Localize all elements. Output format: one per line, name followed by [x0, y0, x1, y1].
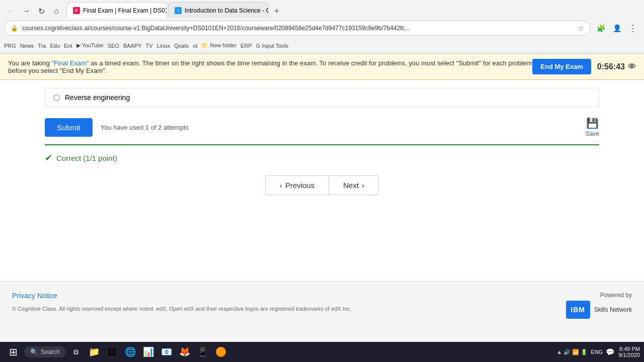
tab-bar: ← → ↻ ⌂ F Final Exam | Final Exam | DS01…: [0, 0, 644, 18]
tab-label-2: Introduction to Data Science - C...: [185, 7, 269, 14]
bookmark-news[interactable]: News: [20, 43, 34, 49]
final-exam-link[interactable]: "Final Exam": [51, 59, 89, 67]
end-exam-button[interactable]: End My Exam: [532, 59, 591, 74]
next-label: Next: [343, 181, 359, 190]
tab-intro[interactable]: I Introduction to Data Science - C... ✕: [168, 2, 269, 18]
footer-left: Privacy Notice © Cognitive Class. All ri…: [12, 292, 352, 312]
save-button[interactable]: 💾 Save: [586, 117, 599, 137]
home-button[interactable]: ⌂: [49, 4, 63, 18]
taskbar-icon-app2[interactable]: 🟠: [213, 344, 229, 360]
privacy-notice-link[interactable]: Privacy Notice: [12, 292, 57, 300]
ibm-logo-text: IBM: [571, 306, 585, 314]
start-button[interactable]: ⊞: [4, 343, 22, 361]
lock-icon: 🔒: [11, 25, 18, 32]
bookmark-ent[interactable]: Ent: [64, 43, 72, 49]
submit-row: Submit You have used 1 of 2 attempts 💾 S…: [45, 117, 599, 137]
bookmark-ot[interactable]: ot: [193, 43, 197, 49]
taskbar-icon-excel[interactable]: 📊: [140, 344, 156, 360]
systray: ▲ 🔊 📶 🔋 ENG 💬: [556, 348, 614, 356]
ibm-logo-box: IBM: [566, 301, 590, 319]
prev-arrow-icon: ‹: [280, 181, 282, 190]
tab-favicon-2: I: [175, 7, 182, 14]
timer-value: 0:56:43: [597, 62, 625, 71]
tab-final-exam[interactable]: F Final Exam | Final Exam | DS0101... ✕: [66, 2, 167, 18]
taskbar-icon-explorer[interactable]: 📁: [86, 344, 102, 360]
correct-divider: [45, 144, 599, 145]
bookmark-qoats[interactable]: Qoats: [174, 43, 189, 49]
correct-row: ✔ Correct (1/1 point): [45, 152, 599, 163]
taskbar-icon-outlook[interactable]: 📧: [158, 344, 175, 360]
tab-favicon-1: F: [73, 7, 80, 14]
browser-chrome: ← → ↻ ⌂ F Final Exam | Final Exam | DS01…: [0, 0, 644, 54]
menu-button[interactable]: ⋮: [626, 21, 640, 35]
refresh-button[interactable]: ↻: [34, 4, 48, 18]
save-icon: 💾: [586, 117, 599, 129]
exam-banner-text: You are taking "Final Exam" as a timed e…: [8, 59, 532, 74]
search-label: Search: [41, 348, 60, 355]
taskbar-search[interactable]: 🔍 Search: [24, 346, 66, 357]
main-content: Reverse engineering Submit You have used…: [0, 80, 644, 281]
ibm-logo: IBM Skills Network: [566, 301, 632, 319]
taskbar-right: ▲ 🔊 📶 🔋 ENG 💬 8:49 PM 9/1/2020: [556, 346, 640, 358]
new-tab-button[interactable]: +: [270, 4, 284, 18]
powered-by-text: Powered by: [600, 292, 632, 299]
taskbar-icon-firefox[interactable]: 🦊: [177, 344, 193, 360]
correct-text: Correct (1/1 point): [56, 154, 117, 162]
prev-label: Previous: [285, 181, 314, 190]
address-bar-row: 🔒 courses.cognitiveclass.ai/courses/cour…: [0, 18, 644, 38]
bookmark-tra[interactable]: Tra: [38, 43, 46, 49]
footer-right: Powered by IBM Skills Network: [566, 292, 632, 319]
next-arrow-icon: ›: [362, 181, 364, 190]
lang-indicator: ENG: [591, 349, 603, 355]
address-text: courses.cognitiveclass.ai/courses/course…: [22, 25, 574, 32]
radio-input-reverse[interactable]: [53, 95, 60, 101]
taskbar-chat-icon[interactable]: 💬: [606, 348, 614, 356]
save-label: Save: [586, 130, 599, 137]
copyright-text: © Cognitive Class. All rights reserved e…: [12, 306, 352, 312]
taskbar-icon-app1[interactable]: 📱: [195, 344, 211, 360]
bookmark-prg[interactable]: PRG: [4, 43, 16, 49]
bookmarks-bar: PRG News Tra Edu Ent ▶ YouTube SEO BAAPY…: [0, 38, 644, 53]
footer: Privacy Notice © Cognitive Class. All ri…: [0, 281, 644, 329]
taskbar-icon-chrome[interactable]: 🌐: [122, 344, 138, 360]
taskbar-date: 9/1/2020: [618, 352, 640, 358]
attempts-text: You have used 1 of 2 attempts: [101, 124, 189, 131]
forward-button[interactable]: →: [19, 4, 33, 18]
skills-network-text: Skills Network: [594, 306, 632, 313]
taskbar: ⊞ 🔍 Search ⧉ 📁 🖼 🌐 📊 📧 🦊 📱 🟠 ▲ 🔊 📶 🔋 ENG…: [0, 342, 644, 362]
eye-icon[interactable]: 👁: [628, 62, 636, 71]
extensions-button[interactable]: 🧩: [594, 21, 608, 35]
bookmark-tv[interactable]: TV: [146, 43, 153, 49]
star-icon[interactable]: ☆: [578, 24, 584, 32]
tab-label-1: Final Exam | Final Exam | DS0101...: [83, 7, 167, 14]
nav-buttons: ‹ Previous Next ›: [45, 175, 599, 195]
checkmark-icon: ✔: [45, 152, 52, 163]
content-area: Reverse engineering Submit You have used…: [33, 80, 611, 215]
bookmark-seo[interactable]: SEO: [108, 43, 119, 49]
bookmark-baapy[interactable]: BAAPY: [123, 43, 142, 49]
previous-button[interactable]: ‹ Previous: [265, 175, 329, 195]
radio-label-reverse: Reverse engineering: [65, 94, 130, 102]
bookmark-edu[interactable]: Edu: [50, 43, 60, 49]
address-bar[interactable]: 🔒 courses.cognitiveclass.ai/courses/cour…: [4, 21, 591, 36]
bookmark-linux[interactable]: Linux: [157, 43, 170, 49]
systray-icons: ▲ 🔊 📶 🔋: [556, 349, 588, 355]
exam-banner-right: End My Exam 0:56:43 👁: [532, 59, 636, 74]
radio-option-reverse[interactable]: Reverse engineering: [45, 88, 599, 107]
bookmark-inputtools[interactable]: G Input Tools: [256, 43, 289, 49]
bookmark-youtube[interactable]: ▶ YouTube: [76, 42, 104, 49]
profile-button[interactable]: 👤: [610, 21, 624, 35]
bookmark-newfolder[interactable]: 📁 New folder: [201, 42, 236, 49]
back-button[interactable]: ←: [4, 4, 18, 18]
exam-timer: 0:56:43 👁: [597, 62, 636, 71]
submit-button[interactable]: Submit: [45, 118, 93, 137]
next-button[interactable]: Next ›: [329, 175, 379, 195]
search-icon: 🔍: [30, 348, 38, 355]
taskbar-icon-task-view[interactable]: ⧉: [68, 344, 84, 360]
taskbar-time: 8:49 PM: [619, 346, 640, 352]
bookmark-erp[interactable]: ERP: [240, 43, 252, 49]
taskbar-icon-photos[interactable]: 🖼: [104, 344, 120, 360]
submit-left: Submit You have used 1 of 2 attempts: [45, 118, 189, 137]
exam-banner: You are taking "Final Exam" as a timed e…: [0, 54, 644, 80]
banner-text-before: You are taking: [8, 59, 51, 67]
